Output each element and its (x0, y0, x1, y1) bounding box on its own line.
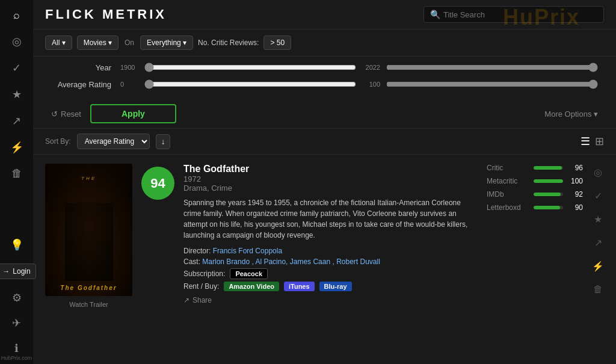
sort-by-label: Sort By: (45, 137, 71, 146)
imdb-value: 92 (568, 190, 583, 199)
year-min-label: 1900 (120, 64, 138, 71)
ratings-panel: Critic 96 Metacritic 100 IMDb (487, 164, 583, 308)
movie-poster: THE The Godfather (45, 164, 132, 296)
filter-bar: All ▾ Movies ▾ On Everything ▾ No. Criti… (33, 29, 616, 57)
year-min-slider[interactable] (144, 63, 356, 72)
controls-row: ↺ Reset Apply More Options ▾ (33, 99, 616, 129)
share-button[interactable]: ↗ Share (183, 296, 212, 304)
flash-icon[interactable]: ⚡ (0, 141, 33, 154)
rating-min-slider[interactable] (144, 79, 356, 89)
letterboxd-value: 90 (568, 203, 583, 212)
itunes-badge[interactable]: iTunes (284, 282, 315, 291)
year-max-slider[interactable] (386, 63, 598, 72)
check-icon[interactable]: ✓ (0, 61, 33, 75)
eye-icon[interactable]: ◎ (0, 35, 33, 48)
letterboxd-rating-row: Letterboxd 90 (487, 203, 583, 212)
star-action-icon[interactable]: ★ (594, 214, 602, 225)
gear-icon[interactable]: ⚙ (0, 291, 33, 304)
director-label: Director: (183, 247, 211, 255)
metacritic-rating-row: Metacritic 100 (487, 177, 583, 185)
movie-details: The Godfather 1972 Drama, Crime Spanning… (183, 164, 478, 308)
all-filter-button[interactable]: All ▾ (45, 35, 72, 50)
trash-icon[interactable]: 🗑 (0, 167, 33, 180)
movie-genre: Drama, Crime (183, 184, 478, 193)
letterboxd-bar (534, 206, 563, 209)
rating-slider-wrapper: 0 100 (120, 79, 598, 89)
metacritic-bar-fill (534, 179, 563, 183)
reset-button[interactable]: ↺ Reset (51, 110, 81, 119)
movie-title: The Godfather (183, 164, 478, 174)
bluray-badge[interactable]: Blu-ray (319, 282, 352, 291)
letterboxd-bar-fill (534, 206, 560, 209)
movie-card: THE The Godfather Watch Trailer 94 The G… (45, 164, 604, 308)
year-slider-wrapper: 1900 2022 (120, 63, 598, 72)
reset-icon: ↺ (51, 110, 58, 119)
rating-slider-row: Average Rating 0 100 (51, 79, 598, 89)
send-icon[interactable]: ✈ (0, 316, 33, 330)
trash-action-icon[interactable]: 🗑 (593, 284, 603, 295)
director-link[interactable]: Francis Ford Coppola (213, 247, 282, 255)
poster-title: The Godfather (60, 285, 117, 291)
critic-reviews-value: > 50 (263, 35, 291, 50)
site-watermark: HubPrix.com (1, 355, 32, 361)
peacock-badge[interactable]: Peacock (230, 268, 268, 279)
flash-action-icon[interactable]: ⚡ (592, 261, 604, 272)
movies-filter-button[interactable]: Movies ▾ (77, 35, 119, 50)
share-icon: ↗ (183, 296, 189, 304)
login-arrow-icon: → (2, 267, 10, 276)
rating-min-label: 0 (120, 81, 138, 88)
rent-label: Rent / Buy: (183, 282, 219, 291)
critic-rating-row: Critic 96 (487, 164, 583, 172)
eye-action-icon[interactable]: ◎ (594, 167, 602, 178)
critic-reviews-label: No. Critic Reviews: (198, 39, 259, 47)
login-button[interactable]: → Login (0, 264, 36, 279)
critic-label: Critic (487, 164, 529, 172)
movie-director: Director: Francis Ford Coppola (183, 247, 478, 255)
header: FLICK METRIX 🔍 HuPrix (33, 0, 616, 29)
metacritic-bar (534, 179, 563, 183)
search-icon-header: 🔍 (430, 10, 440, 19)
apply-button[interactable]: Apply (90, 104, 176, 123)
search-icon[interactable]: ⌕ (0, 9, 33, 22)
right-actions: ◎ ✓ ★ ↗ ⚡ 🗑 (592, 164, 604, 308)
imdb-rating-row: IMDb 92 (487, 190, 583, 199)
movie-subscription: Subscription: Peacock (183, 268, 478, 279)
avg-rating-label: Average Rating (51, 80, 111, 89)
on-label: On (125, 39, 134, 47)
movie-rent: Rent / Buy: Amazon Video iTunes Blu-ray (183, 282, 478, 291)
grid-view-icon[interactable]: ⊞ (595, 135, 604, 148)
sort-direction-button[interactable]: ↓ (156, 134, 171, 149)
metacritic-label: Metacritic (487, 177, 529, 185)
score-badge: 94 (141, 167, 174, 200)
share-action-icon[interactable]: ↗ (594, 237, 602, 248)
cast-link[interactable]: Marlon Brando , Al Pacino, James Caan , … (202, 258, 380, 266)
movie-poster-container: THE The Godfather Watch Trailer (45, 164, 132, 308)
metacritic-value: 100 (568, 177, 583, 185)
more-options-button[interactable]: More Options ▾ (544, 110, 598, 119)
list-view-icon[interactable]: ☰ (581, 135, 590, 148)
sort-bar: Sort By: Average Rating ↓ ☰ ⊞ (33, 129, 616, 155)
everything-filter-button[interactable]: Everything ▾ (140, 35, 193, 50)
forward-icon[interactable]: ↗ (0, 114, 33, 128)
check-action-icon[interactable]: ✓ (594, 190, 602, 202)
info-icon[interactable]: ℹ (0, 342, 33, 355)
year-slider-row: Year 1900 2022 (51, 63, 598, 72)
imdb-bar-fill (534, 193, 561, 196)
sliders-section: Year 1900 2022 Average Rating 0 100 (33, 57, 616, 99)
year-max-label: 2022 (362, 64, 380, 71)
search-box[interactable]: 🔍 (424, 6, 604, 23)
imdb-label: IMDb (487, 190, 529, 199)
amazon-badge[interactable]: Amazon Video (224, 282, 279, 291)
rating-max-slider[interactable] (386, 79, 598, 89)
critic-bar (534, 166, 563, 170)
star-icon[interactable]: ★ (0, 88, 33, 101)
main-content: FLICK METRIX 🔍 HuPrix All ▾ Movies ▾ On … (33, 0, 616, 364)
view-icons: ☰ ⊞ (581, 135, 604, 148)
search-input[interactable] (443, 10, 597, 19)
bulb-icon[interactable]: 💡 (0, 238, 33, 251)
rating-max-label: 100 (362, 81, 380, 88)
watch-trailer-button[interactable]: Watch Trailer (69, 301, 108, 308)
movie-description: Spanning the years 1945 to 1955, a chron… (183, 197, 478, 241)
cast-label: Cast: (183, 258, 200, 266)
sort-select[interactable]: Average Rating (77, 134, 150, 149)
